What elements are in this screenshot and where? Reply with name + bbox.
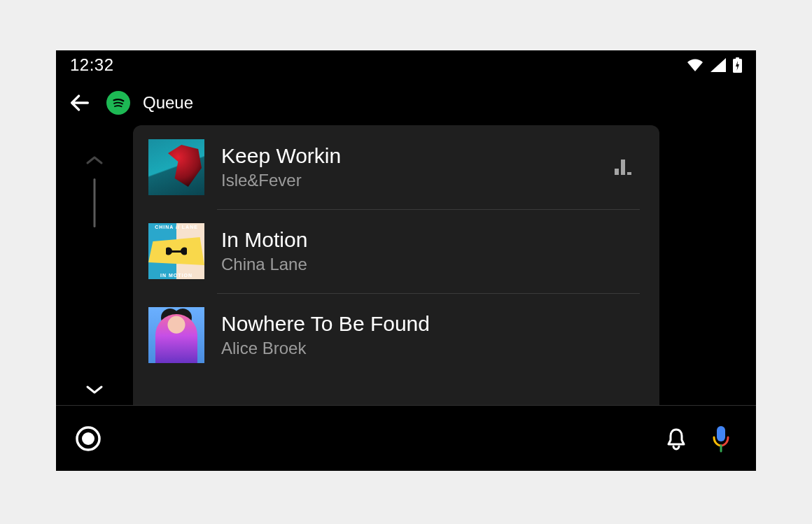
arrow-left-icon [68,91,92,115]
track-text: Nowhere To Be Found Alice Broek [221,312,638,359]
album-art [148,139,204,195]
status-bar: 12:32 [56,50,756,80]
track-text: In Motion China Lane [221,228,638,275]
content-area: Keep Workin Isle&Fever CHINA // LANE IN … [56,125,756,405]
album-art-text-bottom: IN MOTION [150,273,203,278]
circle-dot-icon [74,425,102,453]
track-text: Keep Workin Isle&Fever [221,144,598,191]
microphone-icon [711,425,731,453]
status-icons [687,57,742,73]
track-row[interactable]: CHINA // LANE IN MOTION In Motion China … [133,209,659,293]
cell-signal-icon [710,58,726,72]
album-art: CHINA // LANE IN MOTION [148,223,204,279]
track-artist: Alice Broek [221,339,638,358]
wifi-icon [687,58,704,72]
queue-list[interactable]: Keep Workin Isle&Fever CHINA // LANE IN … [133,125,659,405]
spotify-icon [106,91,130,115]
app-header: Queue [56,80,756,125]
clock: 12:32 [70,55,114,75]
bottom-nav [56,405,756,471]
track-title: In Motion [221,228,638,253]
svg-rect-4 [717,426,725,441]
track-row[interactable]: Keep Workin Isle&Fever [133,125,659,209]
scroll-rail [56,125,133,405]
track-title: Nowhere To Be Found [221,312,638,337]
bell-icon [665,427,687,451]
battery-charging-icon [733,57,742,73]
scroll-down-button[interactable] [56,384,133,395]
track-title: Keep Workin [221,144,598,169]
svg-point-3 [82,432,94,445]
page-title: Queue [143,93,193,113]
home-button[interactable] [73,423,104,454]
now-playing-icon [615,160,638,175]
chevron-down-icon [85,384,104,395]
chevron-up-icon [85,155,104,166]
car-head-unit: 12:32 [56,50,756,471]
back-button[interactable] [66,89,94,117]
track-artist: Isle&Fever [221,171,598,190]
notifications-button[interactable] [661,423,692,454]
track-artist: China Lane [221,255,638,274]
album-art [148,307,204,363]
voice-assistant-button[interactable] [706,423,736,454]
track-row[interactable]: Nowhere To Be Found Alice Broek [133,293,659,377]
svg-rect-1 [736,57,739,59]
scroll-up-button[interactable] [56,155,133,166]
album-art-text-top: CHINA // LANE [150,225,203,229]
scroll-thumb[interactable] [94,178,96,227]
